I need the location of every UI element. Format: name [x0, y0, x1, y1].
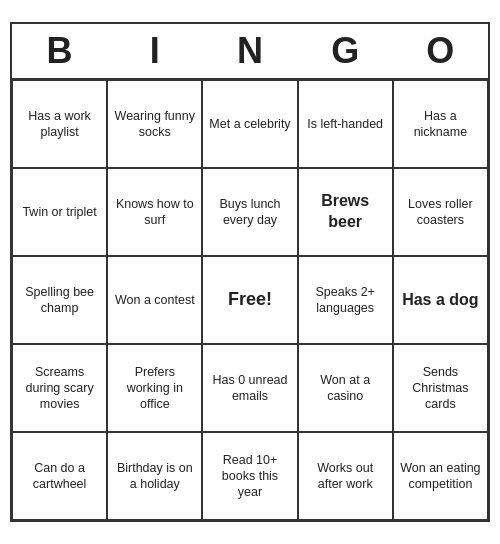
bingo-cell-12[interactable]: Free!	[202, 256, 297, 344]
bingo-cell-22[interactable]: Read 10+ books this year	[202, 432, 297, 520]
bingo-cell-2[interactable]: Met a celebrity	[202, 80, 297, 168]
bingo-cell-13[interactable]: Speaks 2+ languages	[298, 256, 393, 344]
bingo-grid: Has a work playlistWearing funny socksMe…	[12, 80, 488, 520]
bingo-cell-9[interactable]: Loves roller coasters	[393, 168, 488, 256]
bingo-letter-i: I	[111, 30, 199, 72]
bingo-cell-1[interactable]: Wearing funny socks	[107, 80, 202, 168]
bingo-letter-g: G	[301, 30, 389, 72]
bingo-letter-n: N	[206, 30, 294, 72]
bingo-cell-17[interactable]: Has 0 unread emails	[202, 344, 297, 432]
bingo-header: BINGO	[12, 24, 488, 80]
bingo-cell-24[interactable]: Won an eating competition	[393, 432, 488, 520]
bingo-cell-15[interactable]: Screams during scary movies	[12, 344, 107, 432]
bingo-cell-7[interactable]: Buys lunch every day	[202, 168, 297, 256]
bingo-letter-b: B	[16, 30, 104, 72]
bingo-cell-4[interactable]: Has a nickname	[393, 80, 488, 168]
bingo-cell-21[interactable]: Birthday is on a holiday	[107, 432, 202, 520]
bingo-cell-14[interactable]: Has a dog	[393, 256, 488, 344]
bingo-letter-o: O	[396, 30, 484, 72]
bingo-cell-5[interactable]: Twin or triplet	[12, 168, 107, 256]
bingo-card: BINGO Has a work playlistWearing funny s…	[10, 22, 490, 522]
bingo-cell-3[interactable]: Is left-handed	[298, 80, 393, 168]
bingo-cell-20[interactable]: Can do a cartwheel	[12, 432, 107, 520]
bingo-cell-16[interactable]: Prefers working in office	[107, 344, 202, 432]
bingo-cell-6[interactable]: Knows how to surf	[107, 168, 202, 256]
bingo-cell-23[interactable]: Works out after work	[298, 432, 393, 520]
bingo-cell-8[interactable]: Brews beer	[298, 168, 393, 256]
bingo-cell-11[interactable]: Won a contest	[107, 256, 202, 344]
bingo-cell-18[interactable]: Won at a casino	[298, 344, 393, 432]
bingo-cell-10[interactable]: Spelling bee champ	[12, 256, 107, 344]
bingo-cell-0[interactable]: Has a work playlist	[12, 80, 107, 168]
bingo-cell-19[interactable]: Sends Christmas cards	[393, 344, 488, 432]
